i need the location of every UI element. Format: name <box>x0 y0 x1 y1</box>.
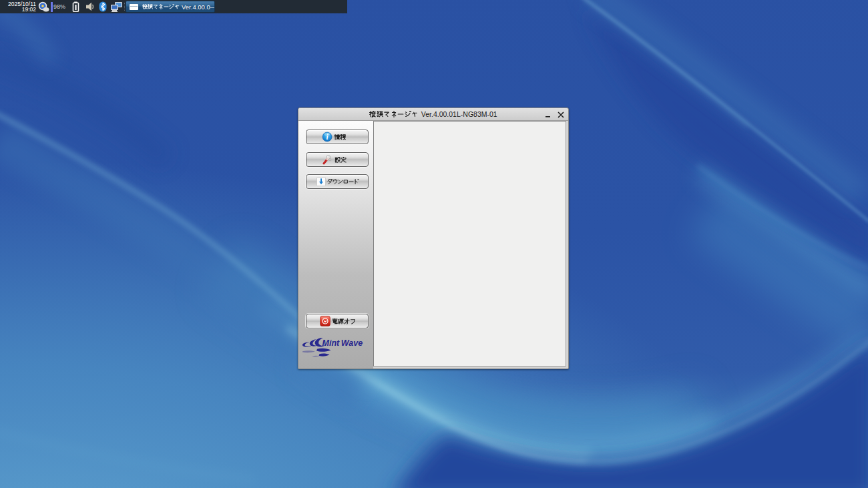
svg-text:Mint Wave: Mint Wave <box>322 338 363 348</box>
